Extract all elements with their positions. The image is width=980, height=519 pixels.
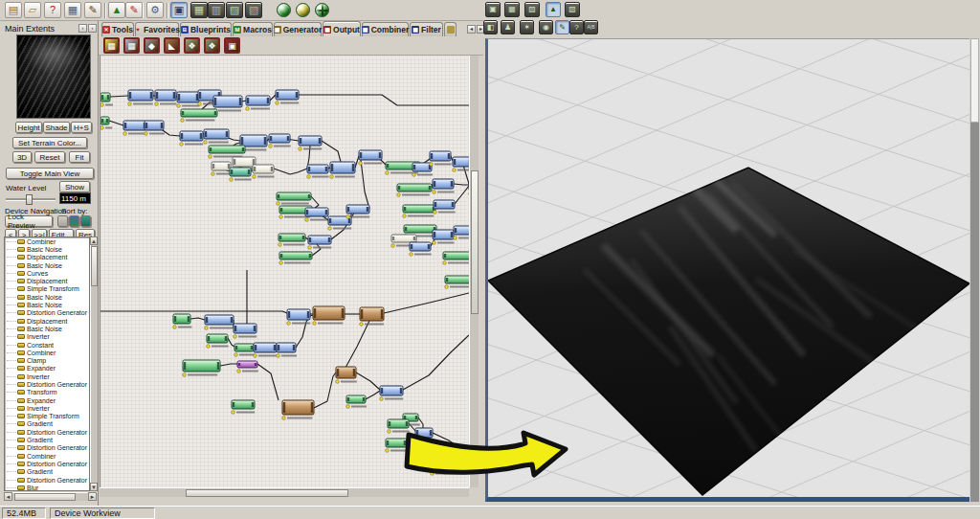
device-list-item[interactable]: Gradient <box>5 468 89 476</box>
input-port-dot[interactable] <box>198 102 202 106</box>
input-port-dot[interactable] <box>346 215 350 219</box>
reset-button[interactable]: Reset <box>34 151 65 163</box>
device-node-green[interactable] <box>445 276 469 288</box>
input-port-dot[interactable] <box>253 175 256 179</box>
layout-thumb-icon[interactable]: ▦ <box>504 2 520 17</box>
device-node-blue[interactable] <box>308 236 332 249</box>
device-node-blue[interactable] <box>434 200 456 214</box>
device-options-icon[interactable]: ⚙ <box>146 2 164 18</box>
device-node-green[interactable] <box>403 205 435 217</box>
water-level-slider-thumb[interactable] <box>26 194 33 205</box>
input-port-dot[interactable] <box>412 173 416 177</box>
texture-view-icon[interactable]: ▧ <box>245 2 262 18</box>
brush-icon[interactable]: ✎ <box>84 2 101 18</box>
device-node-teal[interactable] <box>230 168 252 181</box>
new-file-icon[interactable]: ▤ <box>5 2 22 18</box>
workview-hthumb[interactable] <box>186 489 348 497</box>
input-port-dot[interactable] <box>359 162 363 166</box>
draw-pen-icon[interactable]: ✎ <box>555 20 569 34</box>
input-port-dot[interactable] <box>453 169 457 172</box>
device-node-green[interactable] <box>181 109 217 122</box>
preview-scroll-thumb[interactable] <box>970 38 979 123</box>
device-list-item[interactable]: Basic Noise <box>5 293 89 301</box>
device-node-blue[interactable] <box>454 226 469 239</box>
device-node-blue[interactable] <box>330 162 355 178</box>
input-port-dot[interactable] <box>307 175 311 179</box>
device-node-blue[interactable] <box>205 315 234 329</box>
device-node-green[interactable] <box>173 314 192 328</box>
device-node-brown[interactable] <box>360 307 384 326</box>
device-node-blue[interactable] <box>287 309 311 325</box>
tab-combiner[interactable]: ▦Combiner <box>362 22 409 36</box>
device-list-vthumb[interactable] <box>91 246 98 286</box>
input-port-dot[interactable] <box>209 155 212 159</box>
tab-more[interactable] <box>444 22 457 36</box>
workview-vthumb[interactable] <box>471 170 479 314</box>
input-port-dot[interactable] <box>183 373 187 377</box>
device-node-blue[interactable] <box>145 121 165 135</box>
extents-prev-button[interactable]: ‹ <box>78 24 87 33</box>
device-node-purple[interactable] <box>237 361 258 372</box>
input-port-dot[interactable] <box>279 261 283 265</box>
toggle-main-view-button[interactable]: Toggle Main View <box>6 168 94 179</box>
tab-scroll-left[interactable]: ◂ <box>467 25 476 34</box>
device-node-blue[interactable] <box>204 129 229 144</box>
device-node-blue[interactable] <box>128 90 153 105</box>
input-port-dot[interactable] <box>246 107 250 111</box>
device-list-item[interactable]: Inverter <box>5 404 89 412</box>
device-node-blue[interactable] <box>430 151 452 166</box>
input-port-dot[interactable] <box>173 326 177 329</box>
workview-thumb-icon[interactable]: ▣ <box>485 2 501 17</box>
terrain-editor-icon[interactable]: ▲ <box>108 2 125 18</box>
preview-hs-button[interactable]: H+S <box>71 122 92 133</box>
sort-alpha-icon[interactable] <box>80 215 91 227</box>
input-port-dot[interactable] <box>346 405 350 409</box>
device-list-hscrollbar[interactable]: ◄ ► <box>4 492 98 501</box>
input-port-dot[interactable] <box>434 211 437 214</box>
input-port-dot[interactable] <box>234 353 238 357</box>
preview3d-thumb-icon[interactable]: ▲ <box>546 2 561 17</box>
device-node-green[interactable] <box>100 117 112 129</box>
tab-tools[interactable]: ✕Tools <box>101 22 134 36</box>
device-list-item[interactable]: Blur <box>5 484 89 491</box>
input-port-dot[interactable] <box>397 193 401 197</box>
input-port-dot[interactable] <box>330 175 334 179</box>
input-port-dot[interactable] <box>155 102 159 106</box>
device-node-green[interactable] <box>346 395 367 408</box>
device-node-blue[interactable] <box>246 96 270 110</box>
input-port-dot[interactable] <box>299 147 302 151</box>
input-port-dot[interactable] <box>433 241 436 245</box>
input-port-dot[interactable] <box>445 285 449 289</box>
device-list-item[interactable]: Displacement <box>5 317 89 325</box>
input-port-dot[interactable] <box>123 132 127 136</box>
input-port-dot[interactable] <box>230 178 234 182</box>
camera-icon[interactable]: ◉ <box>539 20 553 34</box>
input-port-dot[interactable] <box>386 449 390 453</box>
device-node-green[interactable] <box>207 334 229 348</box>
device-list-item[interactable]: Gradient <box>5 420 89 428</box>
input-port-dot[interactable] <box>380 397 384 401</box>
device-node-brown[interactable] <box>313 306 345 325</box>
tab-favorites[interactable]: ♥Favorites <box>135 22 179 36</box>
input-port-dot[interactable] <box>410 253 413 257</box>
input-port-dot[interactable] <box>128 102 132 106</box>
input-port-dot[interactable] <box>328 227 332 231</box>
input-port-dot[interactable] <box>100 103 103 107</box>
input-port-dot[interactable] <box>234 335 237 339</box>
input-port-dot[interactable] <box>237 370 241 373</box>
input-port-dot[interactable] <box>282 417 286 420</box>
preview-height-button[interactable]: Height <box>15 122 42 133</box>
input-port-dot[interactable] <box>386 171 390 175</box>
input-port-dot[interactable] <box>313 322 317 326</box>
device-node-blue[interactable] <box>177 92 200 107</box>
device-list-item[interactable]: Transform <box>5 389 89 396</box>
input-port-dot[interactable] <box>204 141 208 145</box>
device-list-item[interactable]: Distortion Generator <box>5 380 89 388</box>
device-node-blue[interactable] <box>180 131 204 146</box>
lock-preview-button[interactable]: Lock Preview <box>5 215 53 227</box>
device-list-item[interactable]: Distortion Generator <box>5 428 89 436</box>
rock-output-device-2[interactable]: ❖ <box>204 37 220 54</box>
extents-next-button[interactable]: › <box>88 24 97 33</box>
input-port-dot[interactable] <box>391 244 395 248</box>
terrain-preview-thumbnail[interactable] <box>16 34 91 119</box>
